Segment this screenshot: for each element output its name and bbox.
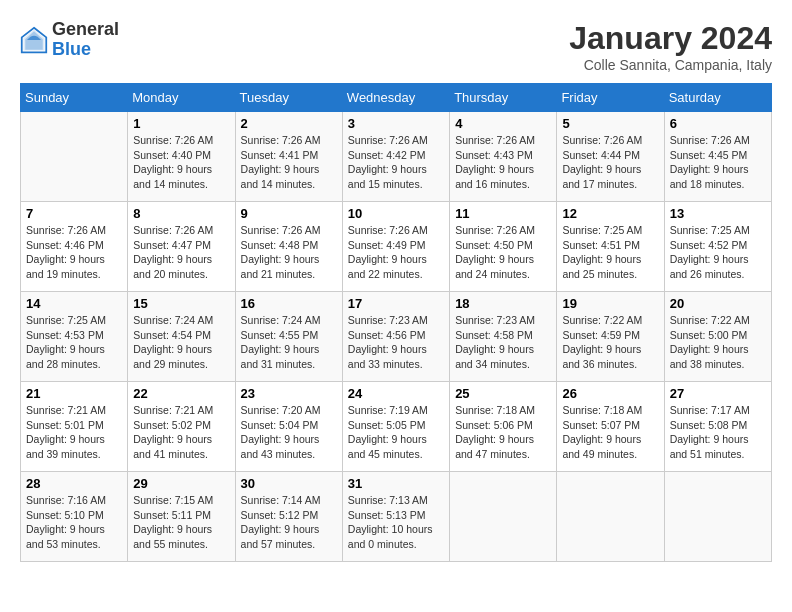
- calendar-cell: 10Sunrise: 7:26 AM Sunset: 4:49 PM Dayli…: [342, 202, 449, 292]
- calendar-cell: 14Sunrise: 7:25 AM Sunset: 4:53 PM Dayli…: [21, 292, 128, 382]
- day-header-sunday: Sunday: [21, 84, 128, 112]
- day-number: 28: [26, 476, 122, 491]
- day-number: 31: [348, 476, 444, 491]
- day-number: 3: [348, 116, 444, 131]
- day-number: 19: [562, 296, 658, 311]
- calendar-cell: 9Sunrise: 7:26 AM Sunset: 4:48 PM Daylig…: [235, 202, 342, 292]
- day-info: Sunrise: 7:22 AM Sunset: 5:00 PM Dayligh…: [670, 313, 766, 372]
- day-number: 16: [241, 296, 337, 311]
- day-info: Sunrise: 7:24 AM Sunset: 4:55 PM Dayligh…: [241, 313, 337, 372]
- day-info: Sunrise: 7:26 AM Sunset: 4:48 PM Dayligh…: [241, 223, 337, 282]
- calendar-cell: 27Sunrise: 7:17 AM Sunset: 5:08 PM Dayli…: [664, 382, 771, 472]
- calendar-cell: 18Sunrise: 7:23 AM Sunset: 4:58 PM Dayli…: [450, 292, 557, 382]
- day-number: 24: [348, 386, 444, 401]
- logo-icon: [20, 26, 48, 54]
- day-info: Sunrise: 7:26 AM Sunset: 4:43 PM Dayligh…: [455, 133, 551, 192]
- calendar-cell: 28Sunrise: 7:16 AM Sunset: 5:10 PM Dayli…: [21, 472, 128, 562]
- calendar-cell: 22Sunrise: 7:21 AM Sunset: 5:02 PM Dayli…: [128, 382, 235, 472]
- day-info: Sunrise: 7:18 AM Sunset: 5:06 PM Dayligh…: [455, 403, 551, 462]
- day-number: 12: [562, 206, 658, 221]
- day-info: Sunrise: 7:21 AM Sunset: 5:01 PM Dayligh…: [26, 403, 122, 462]
- day-number: 23: [241, 386, 337, 401]
- day-header-monday: Monday: [128, 84, 235, 112]
- day-info: Sunrise: 7:26 AM Sunset: 4:45 PM Dayligh…: [670, 133, 766, 192]
- day-info: Sunrise: 7:26 AM Sunset: 4:44 PM Dayligh…: [562, 133, 658, 192]
- day-info: Sunrise: 7:25 AM Sunset: 4:52 PM Dayligh…: [670, 223, 766, 282]
- day-number: 20: [670, 296, 766, 311]
- month-year-title: January 2024: [569, 20, 772, 57]
- calendar-cell: 12Sunrise: 7:25 AM Sunset: 4:51 PM Dayli…: [557, 202, 664, 292]
- calendar-cell: 2Sunrise: 7:26 AM Sunset: 4:41 PM Daylig…: [235, 112, 342, 202]
- day-number: 7: [26, 206, 122, 221]
- day-number: 2: [241, 116, 337, 131]
- calendar-cell: 4Sunrise: 7:26 AM Sunset: 4:43 PM Daylig…: [450, 112, 557, 202]
- title-block: January 2024 Colle Sannita, Campania, It…: [569, 20, 772, 73]
- day-info: Sunrise: 7:16 AM Sunset: 5:10 PM Dayligh…: [26, 493, 122, 552]
- day-number: 5: [562, 116, 658, 131]
- day-info: Sunrise: 7:24 AM Sunset: 4:54 PM Dayligh…: [133, 313, 229, 372]
- day-number: 18: [455, 296, 551, 311]
- calendar-week-row: 7Sunrise: 7:26 AM Sunset: 4:46 PM Daylig…: [21, 202, 772, 292]
- day-number: 4: [455, 116, 551, 131]
- day-number: 13: [670, 206, 766, 221]
- day-number: 14: [26, 296, 122, 311]
- day-info: Sunrise: 7:22 AM Sunset: 4:59 PM Dayligh…: [562, 313, 658, 372]
- day-number: 22: [133, 386, 229, 401]
- day-number: 11: [455, 206, 551, 221]
- day-header-row: SundayMondayTuesdayWednesdayThursdayFrid…: [21, 84, 772, 112]
- calendar-week-row: 14Sunrise: 7:25 AM Sunset: 4:53 PM Dayli…: [21, 292, 772, 382]
- day-info: Sunrise: 7:26 AM Sunset: 4:50 PM Dayligh…: [455, 223, 551, 282]
- day-number: 10: [348, 206, 444, 221]
- calendar-cell: 24Sunrise: 7:19 AM Sunset: 5:05 PM Dayli…: [342, 382, 449, 472]
- day-info: Sunrise: 7:26 AM Sunset: 4:46 PM Dayligh…: [26, 223, 122, 282]
- calendar-cell: 30Sunrise: 7:14 AM Sunset: 5:12 PM Dayli…: [235, 472, 342, 562]
- day-info: Sunrise: 7:15 AM Sunset: 5:11 PM Dayligh…: [133, 493, 229, 552]
- calendar-week-row: 1Sunrise: 7:26 AM Sunset: 4:40 PM Daylig…: [21, 112, 772, 202]
- calendar-cell: 20Sunrise: 7:22 AM Sunset: 5:00 PM Dayli…: [664, 292, 771, 382]
- calendar-header: SundayMondayTuesdayWednesdayThursdayFrid…: [21, 84, 772, 112]
- calendar-body: 1Sunrise: 7:26 AM Sunset: 4:40 PM Daylig…: [21, 112, 772, 562]
- day-header-friday: Friday: [557, 84, 664, 112]
- calendar-cell: 19Sunrise: 7:22 AM Sunset: 4:59 PM Dayli…: [557, 292, 664, 382]
- day-number: 27: [670, 386, 766, 401]
- location-subtitle: Colle Sannita, Campania, Italy: [569, 57, 772, 73]
- calendar-cell: 15Sunrise: 7:24 AM Sunset: 4:54 PM Dayli…: [128, 292, 235, 382]
- day-info: Sunrise: 7:14 AM Sunset: 5:12 PM Dayligh…: [241, 493, 337, 552]
- calendar-cell: [21, 112, 128, 202]
- calendar-cell: 6Sunrise: 7:26 AM Sunset: 4:45 PM Daylig…: [664, 112, 771, 202]
- day-number: 25: [455, 386, 551, 401]
- day-info: Sunrise: 7:25 AM Sunset: 4:53 PM Dayligh…: [26, 313, 122, 372]
- calendar-cell: [450, 472, 557, 562]
- day-info: Sunrise: 7:25 AM Sunset: 4:51 PM Dayligh…: [562, 223, 658, 282]
- day-header-saturday: Saturday: [664, 84, 771, 112]
- day-number: 8: [133, 206, 229, 221]
- day-number: 9: [241, 206, 337, 221]
- day-info: Sunrise: 7:21 AM Sunset: 5:02 PM Dayligh…: [133, 403, 229, 462]
- day-info: Sunrise: 7:23 AM Sunset: 4:58 PM Dayligh…: [455, 313, 551, 372]
- calendar-cell: 21Sunrise: 7:21 AM Sunset: 5:01 PM Dayli…: [21, 382, 128, 472]
- day-number: 17: [348, 296, 444, 311]
- logo: General Blue: [20, 20, 119, 60]
- calendar-cell: 5Sunrise: 7:26 AM Sunset: 4:44 PM Daylig…: [557, 112, 664, 202]
- logo-text: General Blue: [52, 20, 119, 60]
- day-info: Sunrise: 7:23 AM Sunset: 4:56 PM Dayligh…: [348, 313, 444, 372]
- day-info: Sunrise: 7:20 AM Sunset: 5:04 PM Dayligh…: [241, 403, 337, 462]
- calendar-cell: 3Sunrise: 7:26 AM Sunset: 4:42 PM Daylig…: [342, 112, 449, 202]
- day-number: 30: [241, 476, 337, 491]
- page-header: General Blue January 2024 Colle Sannita,…: [20, 20, 772, 73]
- calendar-table: SundayMondayTuesdayWednesdayThursdayFrid…: [20, 83, 772, 562]
- calendar-cell: 17Sunrise: 7:23 AM Sunset: 4:56 PM Dayli…: [342, 292, 449, 382]
- day-header-wednesday: Wednesday: [342, 84, 449, 112]
- calendar-cell: [557, 472, 664, 562]
- calendar-cell: 1Sunrise: 7:26 AM Sunset: 4:40 PM Daylig…: [128, 112, 235, 202]
- day-info: Sunrise: 7:17 AM Sunset: 5:08 PM Dayligh…: [670, 403, 766, 462]
- calendar-cell: 7Sunrise: 7:26 AM Sunset: 4:46 PM Daylig…: [21, 202, 128, 292]
- day-number: 15: [133, 296, 229, 311]
- calendar-cell: 29Sunrise: 7:15 AM Sunset: 5:11 PM Dayli…: [128, 472, 235, 562]
- calendar-cell: 16Sunrise: 7:24 AM Sunset: 4:55 PM Dayli…: [235, 292, 342, 382]
- day-info: Sunrise: 7:26 AM Sunset: 4:41 PM Dayligh…: [241, 133, 337, 192]
- calendar-cell: 25Sunrise: 7:18 AM Sunset: 5:06 PM Dayli…: [450, 382, 557, 472]
- calendar-cell: 13Sunrise: 7:25 AM Sunset: 4:52 PM Dayli…: [664, 202, 771, 292]
- svg-marker-2: [25, 31, 43, 49]
- day-number: 1: [133, 116, 229, 131]
